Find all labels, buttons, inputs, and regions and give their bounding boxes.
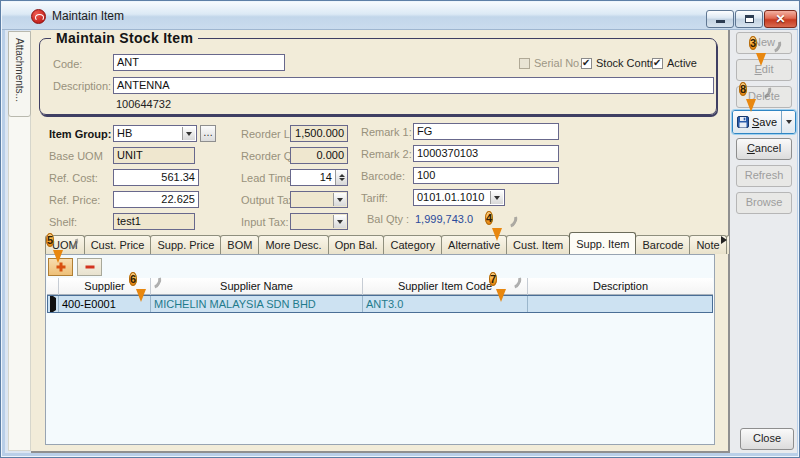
- callout-number: 4: [485, 211, 493, 225]
- barcode-field[interactable]: 100: [413, 167, 559, 184]
- close-button[interactable]: Close: [740, 428, 794, 450]
- cell-supplier-name[interactable]: MICHELIN MALAYSIA SDN BHD: [151, 296, 363, 312]
- base-uom-field[interactable]: UNIT: [113, 147, 195, 164]
- callout-tail: [136, 289, 146, 307]
- description-label: Description:: [53, 80, 111, 92]
- active-checkbox[interactable]: Active: [652, 57, 697, 69]
- attachments-tab[interactable]: Attachments...: [8, 31, 31, 117]
- chevron-down-icon: [786, 120, 792, 127]
- code-label: Code:: [53, 58, 82, 70]
- remark2-label: Remark 2:: [361, 148, 412, 160]
- delete-row-button[interactable]: [77, 258, 102, 276]
- active-checkbox-box: [652, 58, 663, 69]
- callout-tail: [53, 250, 63, 268]
- code-input[interactable]: ANT: [113, 54, 285, 71]
- close-window-button[interactable]: ✕: [764, 10, 797, 28]
- grid-options-button[interactable]: [47, 278, 59, 295]
- serial-no-label: Serial No.: [534, 57, 582, 69]
- refresh-button[interactable]: Refresh: [736, 165, 792, 187]
- tab-bom[interactable]: BOM: [220, 235, 259, 254]
- callout-3-edit: 3: [749, 32, 773, 68]
- groupbox-title: Maintain Stock Item: [51, 30, 198, 46]
- barcode-label: Barcode:: [361, 170, 405, 182]
- ref-cost-label: Ref. Cost:: [49, 172, 98, 184]
- callout-number: 6: [129, 272, 137, 286]
- ref-cost-field[interactable]: 561.34: [113, 169, 199, 186]
- remark1-field[interactable]: FG: [413, 123, 559, 140]
- stock-control-checkbox[interactable]: Stock Control: [581, 57, 662, 69]
- serial-no-checkbox[interactable]: Serial No.: [519, 57, 582, 69]
- output-tax-dropdown-button[interactable]: [333, 193, 346, 206]
- col-header-description[interactable]: Description: [528, 278, 713, 295]
- maximize-icon: [745, 15, 754, 23]
- cancel-button[interactable]: Cancel: [736, 138, 792, 160]
- callout-number: 8: [739, 82, 747, 96]
- chevron-down-icon: [337, 220, 343, 227]
- tariff-combobox[interactable]: 0101.01.1010: [413, 189, 505, 206]
- tab-supp-price[interactable]: Supp. Price: [150, 235, 221, 254]
- lead-time-label: Lead Time:: [241, 172, 295, 184]
- bal-qty-value: 1,999,743.0: [415, 213, 473, 225]
- reorder-qty-field[interactable]: 0.000: [290, 147, 348, 164]
- shelf-field[interactable]: test1: [113, 213, 195, 230]
- minimize-button[interactable]: [706, 10, 734, 28]
- save-dropdown-button[interactable]: [782, 111, 795, 133]
- description2-input[interactable]: 100644732: [116, 98, 171, 110]
- minus-icon: [85, 266, 94, 269]
- chevron-down-icon: [494, 196, 500, 203]
- close-icon: ✕: [765, 12, 796, 26]
- callout-tail: [492, 228, 502, 246]
- input-tax-combobox[interactable]: [290, 213, 348, 230]
- serial-no-checkbox-box: [519, 58, 530, 69]
- row-indicator-icon: [50, 296, 59, 312]
- output-tax-combobox[interactable]: [290, 191, 348, 208]
- output-tax-label: Output Tax:: [241, 194, 297, 206]
- maintain-item-window: Maintain Item ✕ Attachments... Maintain …: [0, 0, 800, 458]
- shelf-label: Shelf:: [49, 216, 77, 228]
- maximize-button[interactable]: [735, 10, 763, 28]
- description-input[interactable]: ANTENNA: [113, 77, 714, 94]
- tab-opn-bal[interactable]: Opn Bal.: [328, 235, 385, 254]
- callout-number: 5: [46, 233, 54, 247]
- callout-7-supplier-item-code-column: 7: [489, 268, 513, 304]
- base-uom-label: Base UOM: [49, 150, 103, 162]
- input-tax-label: Input Tax:: [241, 216, 289, 228]
- ref-price-label: Ref. Price:: [49, 194, 100, 206]
- remark2-field[interactable]: 1000370103: [413, 145, 559, 162]
- callout-tail: [496, 289, 506, 307]
- tab-supp-item[interactable]: Supp. Item: [569, 232, 636, 254]
- lead-time-spinner[interactable]: [335, 170, 347, 185]
- remark1-label: Remark 1:: [361, 126, 412, 138]
- tariff-value: 0101.01.1010: [417, 191, 484, 203]
- tariff-dropdown-button[interactable]: [490, 191, 503, 204]
- tab-cust-price[interactable]: Cust. Price: [84, 235, 152, 254]
- tab-barcode[interactable]: Barcode: [635, 235, 690, 254]
- save-button[interactable]: Save: [733, 111, 782, 133]
- floppy-disk-icon: [737, 116, 749, 128]
- tab-cust-item[interactable]: Cust. Item: [506, 235, 570, 254]
- spin-up-icon: [339, 171, 345, 177]
- item-group-more-button[interactable]: …: [200, 125, 216, 142]
- titlebar[interactable]: Maintain Item ✕: [2, 2, 798, 30]
- item-group-value: HB: [117, 127, 132, 139]
- minimize-icon: [716, 20, 725, 23]
- item-group-dropdown-button[interactable]: [182, 127, 195, 140]
- save-button-label: Save: [752, 116, 777, 128]
- active-label: Active: [667, 57, 697, 69]
- item-group-combobox[interactable]: HB: [113, 125, 197, 142]
- reorder-level-field[interactable]: 1,500.000: [290, 125, 348, 142]
- input-tax-dropdown-button[interactable]: [333, 215, 346, 228]
- col-header-supplier-name[interactable]: Supplier Name: [151, 278, 363, 295]
- tab-category[interactable]: Category: [383, 235, 442, 254]
- browse-button[interactable]: Browse: [736, 192, 792, 214]
- callout-tail: [746, 99, 756, 117]
- callout-number: 3: [749, 36, 757, 50]
- callout-6-supplier-column: 6: [129, 268, 153, 304]
- cell-description[interactable]: [528, 296, 712, 312]
- callout-5-add-row: 5: [46, 229, 70, 265]
- tab-more-desc[interactable]: More Desc.: [258, 235, 328, 254]
- callout-number: 7: [489, 272, 497, 286]
- ref-price-field[interactable]: 22.625: [113, 191, 199, 208]
- spin-down-icon: [339, 178, 345, 184]
- chevron-down-icon: [186, 132, 192, 139]
